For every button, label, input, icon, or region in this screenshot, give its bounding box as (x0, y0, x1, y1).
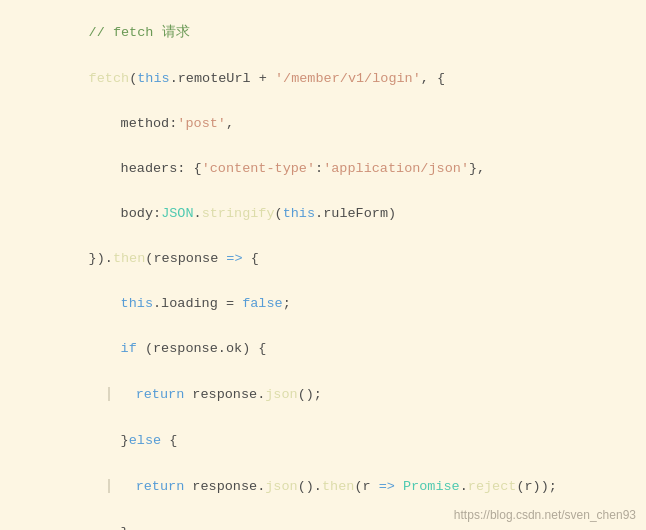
code-line-8: if (response.ok) { (0, 326, 646, 371)
line-content-4: headers: {'content-type':'application/js… (36, 146, 646, 191)
line-content-1: // fetch 请求 (36, 8, 646, 56)
line-content-9: |return response.json(); (36, 371, 646, 418)
line-content-8: if (response.ok) { (36, 326, 646, 371)
line-content-3: method:'post', (36, 101, 646, 146)
code-line-7: this.loading = false; (0, 281, 646, 326)
comment-text: // fetch 请求 (89, 25, 190, 40)
code-line-11: |return response.json().then(r => Promis… (0, 463, 646, 510)
line-content-6: }).then(response => { (36, 236, 646, 281)
code-line-2: fetch(this.remoteUrl + '/member/v1/login… (0, 56, 646, 101)
code-line-6: }).then(response => { (0, 236, 646, 281)
code-editor: // fetch 请求 fetch(this.remoteUrl + '/mem… (0, 0, 646, 530)
line-content-5: body:JSON.stringify(this.ruleForm) (36, 191, 646, 236)
code-line-3: method:'post', (0, 101, 646, 146)
code-line-5: body:JSON.stringify(this.ruleForm) (0, 191, 646, 236)
code-line-1: // fetch 请求 (0, 8, 646, 56)
line-content-11: |return response.json().then(r => Promis… (36, 463, 646, 510)
line-content-2: fetch(this.remoteUrl + '/member/v1/login… (36, 56, 646, 101)
code-line-4: headers: {'content-type':'application/js… (0, 146, 646, 191)
watermark: https://blog.csdn.net/sven_chen93 (454, 508, 636, 522)
code-line-10: }else { (0, 418, 646, 463)
line-content-10: }else { (36, 418, 646, 463)
line-content-7: this.loading = false; (36, 281, 646, 326)
code-line-9: |return response.json(); (0, 371, 646, 418)
